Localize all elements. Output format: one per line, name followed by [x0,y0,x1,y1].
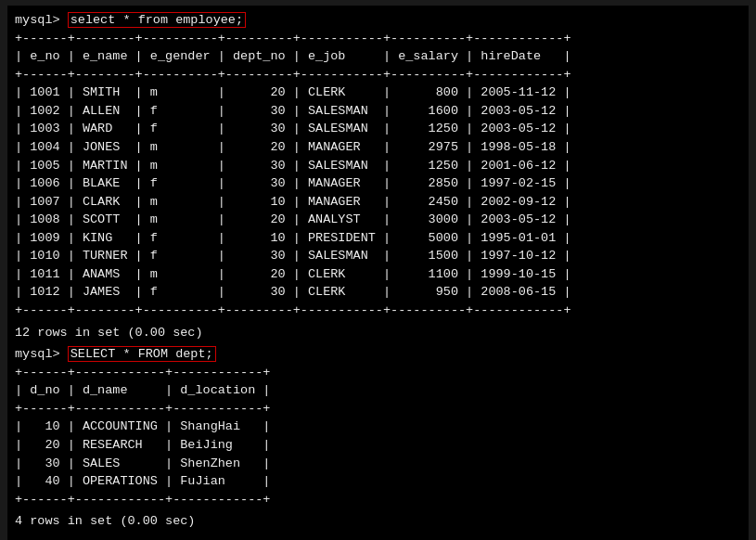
table-row: | 1007 | CLARK | m | 10 | MANAGER | 2450… [15,193,741,212]
table-row: | 1010 | TURNER | f | 30 | SALESMAN | 15… [15,247,741,265]
table2-separator-bot: +------+------------+------------+ [15,491,741,509]
table1-separator-top: +------+--------+----------+---------+--… [15,30,741,48]
table-row: | 1012 | JAMES | f | 30 | CLERK | 950 | … [15,283,741,302]
table-row: | 30 | SALES | ShenZhen | [15,455,741,473]
table1-separator-bot: +------+--------+----------+---------+--… [15,302,741,320]
table-row: | 1003 | WARD | f | 30 | SALESMAN | 1250… [15,120,741,138]
table-row: | 20 | RESEARCH | BeiJing | [15,436,741,455]
result2: 4 rows in set (0.00 sec) [15,512,741,531]
table-row: | 1011 | ANAMS | m | 20 | CLERK | 1100 |… [15,265,741,284]
table-row: | 1005 | MARTIN | m | 30 | SALESMAN | 12… [15,157,741,175]
table-row: | 1009 | KING | f | 10 | PRESIDENT | 500… [15,229,741,248]
sql2-box: SELECT * FROM dept; [68,346,216,362]
prompt1: mysql> [15,13,68,27]
query2-line: mysql> SELECT * FROM dept; [15,345,741,364]
table2-separator-mid: +------+------------+------------+ [15,400,741,418]
prompt2: mysql> [15,347,68,361]
table2-header: | d_no | d_name | d_location | [15,381,741,400]
table-row: | 40 | OPERATIONS | FuJian | [15,472,741,491]
table1-separator-mid: +------+--------+----------+---------+--… [15,66,741,84]
sql1-box: select * from employee; [68,12,246,28]
table-row: | 10 | ACCOUNTING | ShangHai | [15,418,741,436]
table-row: | 1008 | SCOTT | m | 20 | ANALYST | 3000… [15,211,741,229]
table-row: | 1006 | BLAKE | f | 30 | MANAGER | 2850… [15,174,741,193]
table2-separator-top: +------+------------+------------+ [15,364,741,382]
table1-header: | e_no | e_name | e_gender | dept_no | e… [15,47,741,66]
terminal: mysql> select * from employee; +------+-… [7,6,749,540]
result1: 12 rows in set (0.00 sec) [15,324,741,342]
table2-rows: | 10 | ACCOUNTING | ShangHai || 20 | RES… [15,418,741,490]
table-row: | 1001 | SMITH | m | 20 | CLERK | 800 | … [15,84,741,102]
table1-rows: | 1001 | SMITH | m | 20 | CLERK | 800 | … [15,84,741,302]
query1-line: mysql> select * from employee; [15,11,741,30]
table-row: | 1002 | ALLEN | f | 30 | SALESMAN | 160… [15,102,741,121]
table-row: | 1004 | JONES | m | 20 | MANAGER | 2975… [15,138,741,157]
